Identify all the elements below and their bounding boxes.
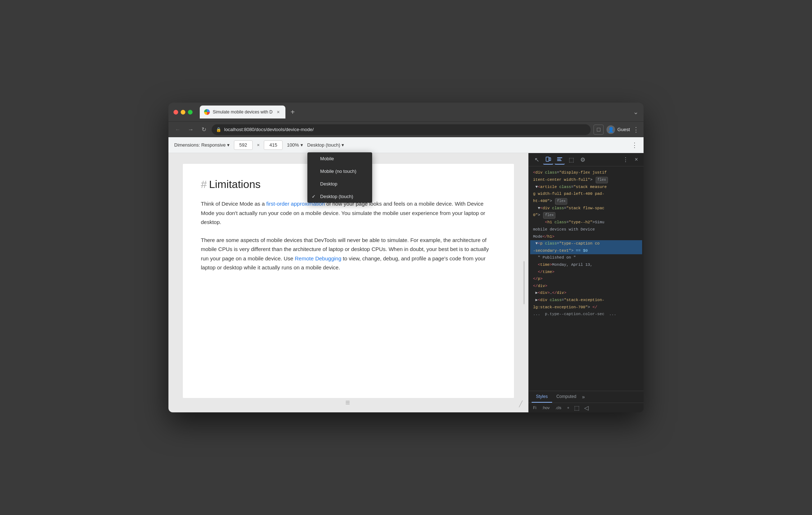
tab-bar: Simulate mobile devices with D × +: [200, 106, 630, 118]
toolbar-more-button[interactable]: ⋮: [631, 141, 638, 149]
device-type-dropdown: Mobile Mobile (no touch) Desktop Desktop…: [307, 152, 372, 203]
main-content: # Limitations Think of Device Mode as a …: [168, 153, 644, 412]
forward-button[interactable]: →: [186, 125, 196, 135]
computed-tab[interactable]: Computed: [552, 391, 581, 403]
filter-text[interactable]: Fi: [532, 405, 538, 411]
profile-avatar: 👤: [606, 125, 615, 134]
back-button[interactable]: ←: [173, 125, 183, 135]
devtools-icon: □: [597, 126, 600, 133]
code-line: mobile devices with Device: [530, 226, 642, 233]
chrome-favicon-icon: [204, 109, 210, 115]
title-bar-controls: ⌄: [633, 108, 639, 116]
code-line: <time>Monday, April 13,: [530, 261, 642, 269]
close-button[interactable]: [173, 110, 178, 115]
devtools-panel: ↖ ⬚ ⚙ ⋮ ×: [528, 153, 644, 412]
title-bar: Simulate mobile devices with D × + ⌄: [168, 103, 644, 121]
code-line: </time>: [530, 269, 642, 276]
settings-button[interactable]: ⚙: [578, 154, 588, 165]
devtools-tabs-more[interactable]: »: [582, 394, 585, 400]
devtools-close-button[interactable]: ×: [632, 155, 641, 164]
selected-code-line-2: -secondary-text"> == $0: [530, 247, 642, 255]
devtools-more-button[interactable]: ⋮: [621, 154, 631, 165]
device-mode-button[interactable]: [543, 154, 553, 165]
paragraph-1: Think of Device Mode as a first-order ap…: [201, 199, 496, 227]
nav-right-controls: □ 👤 Guest ⋮: [594, 125, 639, 135]
device-toolbar: Dimensions: Responsive ▾ × 100% ▾ Deskto…: [168, 137, 644, 153]
svg-rect-2: [557, 157, 562, 158]
tab-close-button[interactable]: ×: [275, 109, 281, 115]
code-line: " Published on ": [530, 254, 642, 261]
dimensions-label: Dimensions: Responsive ▾: [174, 142, 230, 148]
code-line: ▶<div>…</div>: [530, 290, 642, 297]
scroll-indicator[interactable]: [523, 261, 525, 304]
svg-rect-0: [546, 157, 549, 161]
cursor-tool-button[interactable]: ↖: [532, 154, 542, 165]
browser-window: Simulate mobile devices with D × + ⌄ ← →…: [168, 103, 644, 412]
desktop-touch-option-label: Desktop (touch): [320, 194, 353, 199]
code-line: <div class="display-flex justif: [530, 169, 642, 176]
refresh-button[interactable]: ↻: [199, 125, 209, 135]
nav-bar: ← → ↻ 🔒 localhost:8080/docs/devtools/dev…: [168, 121, 644, 137]
active-tab[interactable]: Simulate mobile devices with D ×: [200, 106, 285, 118]
dimension-separator: ×: [257, 142, 260, 148]
svg-rect-3: [557, 159, 561, 160]
paragraph-2: There are some aspects of mobile devices…: [201, 236, 496, 272]
devtools-toggle-button[interactable]: □: [594, 125, 604, 135]
mobile-option-label: Mobile: [320, 156, 334, 161]
dropdown-item-mobile-no-touch[interactable]: Mobile (no touch): [307, 165, 372, 178]
height-input[interactable]: [264, 140, 283, 150]
styles-tab[interactable]: Styles: [532, 391, 552, 403]
mobile-no-touch-option-label: Mobile (no touch): [320, 169, 356, 174]
address-bar[interactable]: 🔒 localhost:8080/docs/devtools/device-mo…: [212, 124, 591, 135]
heading-text: Limitations: [209, 178, 261, 191]
minimize-button[interactable]: [181, 110, 185, 115]
code-line: ▼<article class="stack measure: [530, 184, 642, 191]
code-line: lg:stack-exception-700"> </: [530, 304, 642, 311]
profile-button[interactable]: 👤 Guest: [606, 125, 630, 134]
devtools-bottom-tabs: Styles Computed »: [529, 391, 644, 403]
code-line: ht-400"> flex: [530, 198, 642, 205]
zoom-selector[interactable]: 100% ▾: [287, 142, 303, 148]
code-line: ... p.type--caption.color-sec ...: [530, 311, 642, 318]
desktop-option-label: Desktop: [320, 181, 338, 187]
maximize-button[interactable]: [188, 110, 193, 115]
avatar-icon: 👤: [608, 127, 614, 133]
width-input[interactable]: [234, 140, 253, 150]
svg-rect-4: [557, 160, 561, 161]
heading-hash: #: [201, 178, 207, 191]
lock-icon: 🔒: [216, 127, 221, 132]
chevron-down-icon[interactable]: ⌄: [633, 108, 639, 116]
toggle-element-state-icon[interactable]: ◁: [583, 404, 590, 411]
hov-filter[interactable]: :hov: [541, 405, 551, 411]
code-line: <h1 class="type--h2">Simu: [530, 219, 642, 226]
resize-handle-icon[interactable]: ╱: [519, 400, 523, 407]
remote-debugging-link[interactable]: Remote Debugging: [295, 255, 341, 261]
code-line: ▶<div class="stack-exception-: [530, 297, 642, 304]
code-line: g width-full pad-left-400 pad-: [530, 191, 642, 198]
cls-filter[interactable]: .cls: [554, 405, 563, 411]
devtools-code-panel[interactable]: <div class="display-flex justif itent-ce…: [529, 166, 644, 391]
svg-rect-1: [549, 158, 551, 161]
code-line: </p>: [530, 276, 642, 283]
selected-code-line: ▼<p class="type--caption co: [530, 240, 642, 247]
new-style-rule-icon[interactable]: ⬚: [574, 404, 580, 411]
dropdown-item-desktop[interactable]: Desktop: [307, 178, 372, 190]
code-line: itent-center width-full"> flex: [530, 176, 642, 184]
device-type-selector[interactable]: Desktop (touch) ▾ Mobile Mobile (no touc…: [307, 142, 344, 148]
new-tab-button[interactable]: +: [288, 107, 298, 117]
code-line: </div>: [530, 283, 642, 290]
devtools-toolbar: ↖ ⬚ ⚙ ⋮ ×: [529, 153, 644, 166]
dropdown-item-mobile[interactable]: Mobile: [307, 152, 372, 165]
code-line: Mode</h1>: [530, 233, 642, 241]
profile-name: Guest: [617, 127, 630, 132]
add-style-button[interactable]: +: [565, 405, 570, 411]
tab-title: Simulate mobile devices with D: [213, 109, 272, 115]
drag-handle-icon: ≡: [346, 398, 352, 407]
dropdown-item-desktop-touch[interactable]: Desktop (touch): [307, 190, 372, 203]
console-panel-button[interactable]: ⬚: [566, 154, 576, 165]
styles-filter-row: Fi :hov .cls + ⬚ ◁: [529, 403, 644, 412]
traffic-lights: [173, 110, 193, 115]
code-line: ▼<div class="stack flow-spac: [530, 205, 642, 212]
browser-menu-button[interactable]: ⋮: [633, 126, 639, 134]
elements-panel-button[interactable]: [555, 154, 565, 165]
